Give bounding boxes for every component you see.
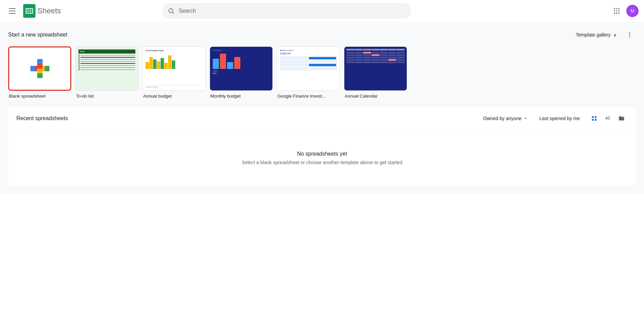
- svg-point-2: [614, 8, 615, 10]
- section-controls: Template gallery: [573, 29, 636, 41]
- empty-state-title: No spreadsheets yet: [297, 151, 347, 157]
- recent-spreadsheets-section: Recent spreadsheets Owned by anyone Last…: [8, 107, 636, 186]
- menu-button[interactable]: [5, 4, 19, 18]
- template-annual-budget[interactable]: Annual budget tracker Category breakdown: [143, 46, 206, 99]
- avatar[interactable]: M: [626, 5, 639, 17]
- templates-grid: ➜ Blank spreadsheet To Do: [8, 46, 636, 101]
- svg-rect-16: [592, 119, 594, 121]
- annual-calendar-label: Annual Calendar: [344, 93, 407, 99]
- template-gallery-button[interactable]: Template gallery: [573, 30, 621, 40]
- templates-section-header: Start a new spreadsheet Template gallery: [8, 29, 636, 41]
- search-input[interactable]: [179, 8, 406, 14]
- app-title: Sheets: [38, 6, 61, 15]
- empty-state: No spreadsheets yet Select a blank sprea…: [8, 130, 636, 186]
- folder-view-button[interactable]: [615, 112, 628, 125]
- todo-template-label: To-do list: [75, 93, 138, 99]
- svg-point-10: [618, 13, 620, 14]
- apps-button[interactable]: [610, 4, 624, 18]
- template-annual-calendar[interactable]: Annual Calendar: [344, 46, 407, 99]
- google-finance-label: Google Finance Invest...: [277, 93, 340, 99]
- svg-point-9: [616, 13, 617, 14]
- annual-calendar-template-thumb: [344, 46, 407, 91]
- empty-state-sub: Select a blank spreadsheet or choose ano…: [242, 160, 402, 165]
- search-icon: [168, 8, 175, 14]
- blank-template-label: Blank spreadsheet: [8, 93, 71, 99]
- svg-rect-15: [595, 116, 597, 118]
- svg-point-8: [614, 13, 615, 14]
- todo-template-thumb: To Do: [75, 46, 138, 91]
- more-options-button[interactable]: [624, 29, 636, 41]
- blank-template-thumb: [8, 46, 71, 91]
- annual-budget-label: Annual budget: [143, 93, 206, 99]
- template-google-finance[interactable]: Alphabet Inc Class C 2,622.03: [277, 46, 340, 99]
- header-actions: M: [610, 4, 639, 18]
- recent-controls: Owned by anyone Last opened by me: [480, 112, 628, 125]
- main-content: Start a new spreadsheet Template gallery…: [0, 22, 644, 194]
- svg-point-0: [169, 9, 173, 13]
- svg-point-4: [618, 8, 620, 10]
- app-logo[interactable]: Sheets: [23, 4, 61, 18]
- monthly-budget-label: Monthly budget: [210, 93, 273, 99]
- list-view-button[interactable]: AZ: [602, 112, 614, 125]
- svg-rect-17: [595, 119, 597, 121]
- svg-text:AZ: AZ: [605, 116, 611, 120]
- google-plus-icon: [30, 59, 49, 78]
- svg-rect-14: [592, 116, 594, 118]
- svg-point-5: [614, 10, 615, 12]
- svg-point-7: [618, 10, 620, 12]
- owned-by-button[interactable]: Owned by anyone: [480, 114, 531, 123]
- section-title: Start a new spreadsheet: [8, 32, 67, 38]
- search-bar: [162, 3, 411, 19]
- svg-line-1: [173, 12, 174, 14]
- app-header: Sheets M: [0, 0, 644, 22]
- view-icons: AZ: [588, 112, 628, 125]
- svg-point-3: [616, 8, 617, 10]
- template-blank[interactable]: ➜ Blank spreadsheet: [8, 46, 71, 99]
- recent-section-title: Recent spreadsheets: [16, 115, 68, 121]
- svg-point-6: [616, 10, 617, 12]
- grid-view-button[interactable]: [588, 112, 600, 125]
- template-monthly-budget[interactable]: Monthly Budget +10% $700 Monthly budget: [210, 46, 273, 99]
- monthly-budget-template-thumb: Monthly Budget +10% $700: [210, 46, 273, 91]
- last-opened-button[interactable]: Last opened by me: [537, 114, 583, 123]
- recent-header: Recent spreadsheets Owned by anyone Last…: [8, 107, 636, 130]
- google-finance-template-thumb: Alphabet Inc Class C 2,622.03: [277, 46, 340, 91]
- svg-point-13: [629, 36, 630, 37]
- hamburger-icon: [9, 8, 16, 14]
- annual-budget-template-thumb: Annual budget tracker Category breakdown: [143, 46, 206, 91]
- sheets-logo-icon: [23, 4, 35, 18]
- svg-point-12: [629, 34, 630, 35]
- svg-point-11: [629, 32, 630, 33]
- template-todo[interactable]: To Do To-do list: [75, 46, 138, 99]
